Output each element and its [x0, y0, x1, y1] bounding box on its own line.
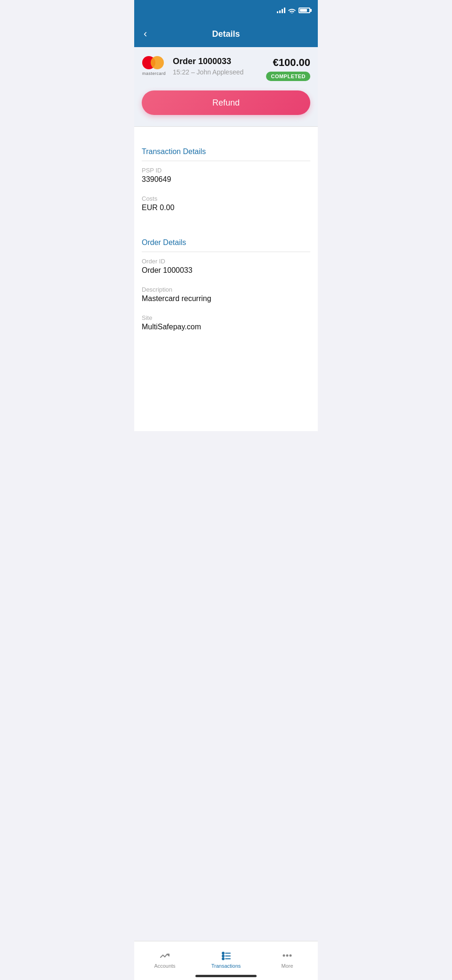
site-value: MultiSafepay.com — [142, 323, 310, 331]
psp-id-field: PSP ID 3390649 — [134, 161, 318, 189]
back-button[interactable]: ‹ — [142, 26, 149, 42]
description-field: Description Mastercard recurring — [134, 280, 318, 309]
order-id-value: Order 1000033 — [142, 266, 310, 275]
psp-id-value: 3390649 — [142, 175, 310, 184]
order-meta: 15:22 – John Appleseed — [173, 68, 259, 76]
costs-value: EUR 0.00 — [142, 204, 310, 212]
wifi-icon — [288, 8, 296, 13]
status-badge: COMPLETED — [266, 72, 310, 81]
description-label: Description — [142, 286, 310, 293]
battery-icon — [299, 8, 310, 13]
transaction-details-section: Transaction Details PSP ID 3390649 Costs… — [134, 127, 318, 218]
signal-icon — [277, 8, 285, 13]
site-label: Site — [142, 314, 310, 321]
page-header: ‹ Details — [134, 21, 318, 47]
order-info: Order 1000033 15:22 – John Appleseed — [173, 57, 259, 76]
order-details-title: Order Details — [134, 229, 318, 252]
card-logo: mastercard — [142, 57, 166, 75]
order-number: Order 1000033 — [173, 57, 259, 66]
order-id-label: Order ID — [142, 258, 310, 265]
content-spacer — [134, 337, 318, 431]
refund-button[interactable]: Refund — [142, 90, 310, 115]
costs-label: Costs — [142, 195, 310, 202]
order-amount: €100.00 — [273, 57, 310, 69]
order-id-field: Order ID Order 1000033 — [134, 252, 318, 280]
description-value: Mastercard recurring — [142, 294, 310, 303]
site-field: Site MultiSafepay.com — [134, 309, 318, 337]
psp-id-label: PSP ID — [142, 167, 310, 174]
costs-field: Costs EUR 0.00 — [134, 189, 318, 218]
page-title: Details — [212, 29, 240, 39]
order-details-section: Order Details Order ID Order 1000033 Des… — [134, 218, 318, 337]
order-card: mastercard Order 1000033 15:22 – John Ap… — [134, 47, 318, 127]
transaction-details-title: Transaction Details — [134, 138, 318, 161]
status-bar — [134, 0, 318, 21]
